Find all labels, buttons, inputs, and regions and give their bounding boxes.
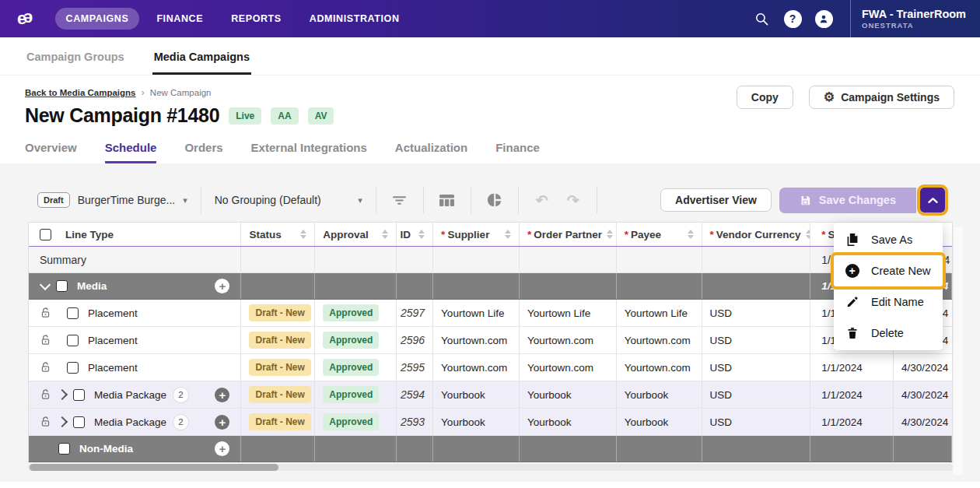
supplier-value[interactable]: Yourtown.com — [433, 354, 520, 381]
add-line-icon[interactable]: + — [215, 415, 229, 430]
vendor-currency-value[interactable]: USD — [702, 381, 811, 408]
table-row[interactable]: Placement Draft - New Approved 2596 Your… — [29, 327, 952, 354]
add-line-icon[interactable]: + — [215, 388, 229, 402]
group-checkbox[interactable] — [56, 280, 68, 292]
lock-open-icon[interactable] — [40, 307, 51, 319]
payee-value[interactable]: Yourtown Life — [617, 300, 702, 326]
table-row[interactable]: Placement Draft - New Approved 2595 Your… — [29, 354, 952, 381]
tab-external-integrations[interactable]: External Integrations — [251, 141, 367, 163]
payee-value[interactable]: Yourtown.com — [617, 327, 702, 353]
expand-chevron-icon[interactable] — [57, 389, 68, 400]
supplier-value[interactable]: Yourtown Life — [433, 300, 520, 326]
search-icon[interactable] — [746, 12, 777, 26]
sort-icon[interactable] — [505, 230, 511, 239]
back-link[interactable]: Back to Media Campaigns — [25, 88, 136, 97]
sort-icon[interactable] — [806, 230, 811, 239]
sort-icon[interactable] — [688, 230, 694, 239]
row-checkbox[interactable] — [73, 416, 85, 428]
add-line-icon[interactable]: + — [215, 441, 229, 456]
supplier-value[interactable]: Yourbook — [433, 381, 520, 408]
payee-value[interactable]: Yourbook — [617, 409, 702, 435]
end-date-value[interactable]: 4/30/2024 — [894, 354, 952, 381]
col-status[interactable]: Status — [241, 223, 315, 246]
lock-open-icon[interactable] — [40, 361, 51, 374]
supplier-value[interactable]: Yourtown.com — [433, 327, 520, 353]
col-id[interactable]: ID — [397, 223, 433, 246]
nav-campaigns[interactable]: CAMPAIGNS — [55, 8, 140, 30]
end-date-value[interactable]: 4/30/2024 — [894, 381, 952, 408]
order-partner-value[interactable]: Yourtown.com — [520, 327, 617, 353]
col-payee[interactable]: *Payee — [617, 223, 702, 246]
payee-value[interactable]: Yourbook — [617, 381, 702, 408]
col-supplier[interactable]: *Supplier — [433, 223, 520, 246]
group-checkbox[interactable] — [58, 443, 70, 455]
expand-chevron-icon[interactable] — [57, 416, 68, 427]
vendor-currency-value[interactable]: USD — [702, 409, 811, 435]
table-row[interactable]: Placement Draft - New Approved 2597 Your… — [29, 300, 952, 327]
copy-button[interactable]: Copy — [737, 86, 793, 109]
save-changes-button[interactable]: Save Changes — [779, 188, 916, 213]
tab-media-campaigns[interactable]: Media Campaigns — [152, 37, 251, 75]
col-line-type[interactable]: Line Type — [29, 223, 241, 246]
tab-finance[interactable]: Finance — [495, 141, 540, 163]
pie-chart-icon[interactable] — [485, 192, 505, 208]
payee-value[interactable]: Yourtown.com — [617, 354, 702, 381]
lock-open-icon[interactable] — [40, 416, 51, 428]
table-row[interactable]: Media Package 2 + Draft - New Approved 2… — [29, 381, 952, 409]
media-group-row[interactable]: Media + 1/1/2024 4/30/2024 — [29, 273, 952, 300]
row-checkbox[interactable] — [67, 335, 79, 346]
menu-item-create-new[interactable]: + Create New — [834, 255, 943, 286]
sort-icon[interactable] — [607, 230, 613, 239]
sort-icon[interactable] — [300, 230, 306, 239]
sort-icon[interactable] — [382, 230, 388, 239]
user-icon[interactable] — [808, 10, 839, 28]
grouping-selector[interactable]: No Grouping (Default) ▾ — [215, 194, 362, 206]
order-partner-value[interactable]: Yourbook — [520, 409, 617, 435]
tab-schedule[interactable]: Schedule — [105, 141, 157, 163]
sort-icon[interactable] — [418, 230, 425, 239]
vendor-currency-value[interactable]: USD — [702, 327, 811, 353]
table-row[interactable]: Media Package 2 + Draft - New Approved 2… — [29, 409, 952, 436]
order-partner-value[interactable]: Yourtown Life — [520, 300, 617, 326]
advertiser-view-button[interactable]: Advertiser View — [660, 188, 772, 212]
tab-overview[interactable]: Overview — [25, 141, 77, 163]
menu-item-edit-name[interactable]: Edit Name — [834, 286, 943, 318]
nav-finance[interactable]: FINANCE — [145, 8, 214, 30]
help-icon[interactable]: ? — [777, 10, 808, 28]
filter-icon[interactable] — [390, 194, 410, 206]
col-vendor-currency[interactable]: *Vendor Currency — [702, 223, 811, 246]
order-partner-value[interactable]: Yourbook — [520, 381, 617, 408]
vendor-currency-value[interactable]: USD — [702, 300, 811, 326]
tab-campaign-groups[interactable]: Campaign Groups — [25, 37, 126, 75]
vendor-currency-value[interactable]: USD — [702, 354, 811, 381]
supplier-value[interactable]: Yourbook — [433, 409, 520, 435]
menu-item-save-as[interactable]: Save As — [834, 224, 943, 255]
lock-open-icon[interactable] — [40, 334, 51, 346]
menu-item-delete[interactable]: Delete — [834, 318, 943, 349]
start-date-value[interactable]: 1/1/2024 — [810, 409, 894, 435]
add-line-icon[interactable]: + — [215, 279, 229, 293]
scrollbar-thumb[interactable] — [30, 464, 278, 471]
campaign-settings-button[interactable]: ⚙ Campaign Settings — [809, 86, 954, 109]
horizontal-scrollbar[interactable] — [28, 464, 953, 471]
nav-reports[interactable]: REPORTS — [220, 8, 292, 30]
save-menu-toggle[interactable] — [920, 188, 945, 212]
col-order-partner[interactable]: *Order Partner — [520, 223, 617, 246]
redo-icon[interactable]: ↷ — [563, 191, 583, 209]
start-date-value[interactable]: 1/1/2024 — [810, 381, 894, 408]
nav-administration[interactable]: ADMINISTRATION — [299, 8, 411, 30]
row-checkbox[interactable] — [67, 362, 79, 374]
row-checkbox[interactable] — [73, 389, 85, 401]
app-logo-icon[interactable]: ee — [17, 9, 33, 29]
select-all-checkbox[interactable] — [40, 229, 51, 240]
non-media-group-row[interactable]: Non-Media + — [29, 436, 952, 462]
undo-icon[interactable]: ↶ — [532, 191, 552, 209]
columns-icon[interactable] — [437, 194, 457, 207]
lock-open-icon[interactable] — [40, 388, 51, 401]
tab-orders[interactable]: Orders — [184, 141, 222, 163]
end-date-value[interactable]: 4/30/2024 — [894, 409, 952, 435]
collapse-chevron-icon[interactable] — [40, 279, 51, 290]
order-partner-value[interactable]: Yourtown.com — [520, 354, 617, 381]
col-approval[interactable]: Approval — [315, 223, 397, 246]
campaign-version-selector[interactable]: BurgerTime Burge... ▾ — [78, 194, 187, 206]
